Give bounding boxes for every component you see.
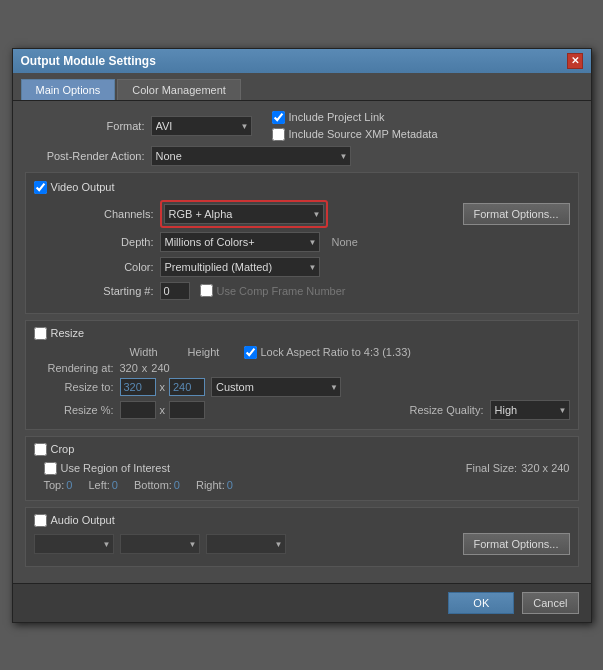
resize-pct-label: Resize %: [34,404,114,416]
width-header: Width [114,346,174,358]
rendering-w: 320 [120,362,138,374]
left-value: 0 [112,479,118,491]
ok-button[interactable]: OK [448,592,514,614]
tab-main-options[interactable]: Main Options [21,79,116,100]
starting-label: Starting #: [34,285,154,297]
starting-row: Starting #: Use Comp Frame Number [34,282,570,300]
audio-controls-row: Format Options... [34,533,570,555]
resize-to-w-input[interactable] [120,378,156,396]
quality-label: Resize Quality: [410,404,484,416]
quality-select[interactable]: High Medium Low Bilinear Bicubic [490,400,570,420]
top-value: 0 [66,479,72,491]
video-output-title: Video Output [34,181,570,194]
audio-format-options-button[interactable]: Format Options... [463,533,570,555]
color-row: Color: Premultiplied (Matted) Straight (… [34,257,570,277]
post-render-select-wrap: None Import Import & Replace Usage Set P… [151,146,351,166]
rendering-h: 240 [151,362,169,374]
audio-output-checkbox[interactable] [34,514,47,527]
format-label: Format: [25,120,145,132]
color-select[interactable]: Premultiplied (Matted) Straight (Unmatte… [160,257,320,277]
format-select[interactable]: AVI QuickTime PNG Sequence [151,116,252,136]
output-module-settings-window: Output Module Settings ✕ Main Options Co… [12,48,592,623]
post-render-row: Post-Render Action: None Import Import &… [25,146,579,166]
final-size-label: Final Size: [466,462,517,474]
audio-select1-wrap [34,534,114,554]
lock-aspect-checkbox[interactable]: Lock Aspect Ratio to 4:3 (1.33) [244,346,411,359]
rendering-x: x [142,362,148,374]
use-roi-checkbox[interactable]: Use Region of Interest [44,462,170,475]
resize-checkbox[interactable] [34,327,47,340]
crop-values-row: Top: 0 Left: 0 Bottom: 0 Right: 0 [34,479,570,491]
tab-color-management[interactable]: Color Management [117,79,241,100]
bottom-value: 0 [174,479,180,491]
rendering-at-label: Rendering at: [34,362,114,374]
crop-checkbox[interactable] [34,443,47,456]
resize-to-label: Resize to: [34,381,114,393]
channels-highlight: RGB + Alpha RGB Alpha [160,200,328,228]
starting-input[interactable] [160,282,190,300]
post-render-select[interactable]: None Import Import & Replace Usage Set P… [151,146,351,166]
use-comp-frame-checkbox[interactable]: Use Comp Frame Number [200,284,346,297]
channels-select[interactable]: RGB + Alpha RGB Alpha [164,204,324,224]
include-source-xmp-checkbox[interactable]: Include Source XMP Metadata [272,128,438,141]
close-icon: ✕ [571,55,579,66]
use-roi-row: Use Region of Interest Final Size: 320 x… [34,462,570,475]
depth-row: Depth: Millions of Colors+ Millions of C… [34,232,570,252]
quality-select-wrap: High Medium Low Bilinear Bicubic [490,400,570,420]
format-row: Format: AVI QuickTime PNG Sequence Inclu… [25,111,579,141]
post-render-label: Post-Render Action: [25,150,145,162]
main-content: Format: AVI QuickTime PNG Sequence Inclu… [13,101,591,583]
depth-select[interactable]: Millions of Colors+ Millions of Colors T… [160,232,320,252]
depth-label: Depth: [34,236,154,248]
audio-select2[interactable] [120,534,200,554]
video-output-section: Video Output Channels: RGB + Alpha RGB A… [25,172,579,314]
color-label: Color: [34,261,154,273]
rendering-at-row: Rendering at: 320 x 240 [34,362,570,374]
crop-section: Crop Use Region of Interest Final Size: … [25,436,579,501]
resize-pct-h-input[interactable] [169,401,205,419]
channels-label: Channels: [34,208,154,220]
audio-select1[interactable] [34,534,114,554]
window-title: Output Module Settings [21,54,156,68]
title-bar: Output Module Settings ✕ [13,49,591,73]
footer-bar: OK Cancel [13,583,591,622]
custom-select-wrap: Custom 320x240 640x480 1280x720 [211,377,341,397]
audio-output-section: Audio Output [25,507,579,567]
bottom-label: Bottom: [134,479,172,491]
include-project-link-checkbox[interactable]: Include Project Link [272,111,438,124]
resize-section: Resize Width Height Lock Aspect Ratio to… [25,320,579,430]
audio-select3[interactable] [206,534,286,554]
final-size-value: 320 x 240 [521,462,569,474]
audio-select2-wrap [120,534,200,554]
close-button[interactable]: ✕ [567,53,583,69]
resize-to-x: x [160,381,166,393]
tab-bar: Main Options Color Management [13,73,591,101]
video-output-checkbox[interactable] [34,181,47,194]
format-options-button[interactable]: Format Options... [463,203,570,225]
crop-title: Crop [34,443,570,456]
format-select-wrap: AVI QuickTime PNG Sequence [151,116,252,136]
right-value: 0 [227,479,233,491]
left-label: Left: [88,479,109,491]
resize-pct-row: Resize %: x Resize Quality: High Medium … [34,400,570,420]
channels-select-wrap: RGB + Alpha RGB Alpha [164,204,324,224]
depth-select-wrap: Millions of Colors+ Millions of Colors T… [160,232,320,252]
height-header: Height [174,346,234,358]
cancel-button[interactable]: Cancel [522,592,578,614]
resize-pct-w-input[interactable] [120,401,156,419]
custom-select[interactable]: Custom 320x240 640x480 1280x720 [211,377,341,397]
channels-row: Channels: RGB + Alpha RGB Alpha Format O… [34,200,570,228]
resize-to-h-input[interactable] [169,378,205,396]
color-select-wrap: Premultiplied (Matted) Straight (Unmatte… [160,257,320,277]
audio-output-title: Audio Output [34,514,570,527]
resize-header-row: Width Height Lock Aspect Ratio to 4:3 (1… [34,346,570,359]
depth-note: None [332,236,358,248]
right-label: Right: [196,479,225,491]
resize-to-row: Resize to: x Custom 320x240 640x480 1280… [34,377,570,397]
right-checkboxes: Include Project Link Include Source XMP … [272,111,438,141]
resize-pct-x: x [160,404,166,416]
resize-title: Resize [34,327,570,340]
top-label: Top: [44,479,65,491]
audio-select3-wrap [206,534,286,554]
